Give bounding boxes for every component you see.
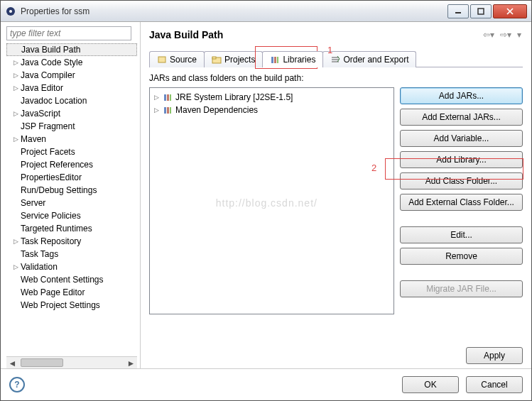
close-button[interactable]: [493, 4, 527, 18]
sidebar-item-label: Project Facets: [21, 147, 75, 157]
view-menu-icon[interactable]: ▾: [516, 30, 523, 40]
sidebar-item[interactable]: ▷Java Code Style: [6, 56, 137, 69]
expand-arrow-icon[interactable]: ▷: [13, 72, 21, 79]
cancel-button[interactable]: Cancel: [466, 376, 523, 393]
sidebar-item-label: Java Code Style: [21, 57, 82, 67]
sidebar-item-label: Task Tags: [21, 249, 58, 259]
source-icon: [157, 55, 167, 64]
svg-rect-18: [164, 107, 166, 114]
expand-arrow-icon[interactable]: ▷: [13, 59, 21, 66]
tab-label: Source: [170, 55, 197, 65]
sidebar-item[interactable]: ▷Service Policies: [6, 209, 137, 222]
sidebar-item-label: JavaScript: [21, 109, 60, 119]
sidebar-item[interactable]: ▷Java Build Path: [6, 43, 137, 56]
expand-arrow-icon[interactable]: ▷: [154, 106, 161, 114]
sidebar-item[interactable]: ▷Web Content Settings: [6, 273, 137, 286]
svg-rect-6: [158, 57, 165, 62]
nav-back-icon[interactable]: ⇦▾: [482, 30, 496, 40]
svg-rect-3: [478, 9, 484, 14]
sidebar-item[interactable]: ▷Server: [6, 197, 137, 209]
sidebar-item[interactable]: ▷Project References: [6, 158, 137, 171]
titlebar: Properties for ssm: [1, 1, 531, 22]
add-library-button[interactable]: Add Library...: [400, 151, 523, 168]
filter-input[interactable]: [6, 26, 131, 40]
svg-rect-9: [271, 57, 273, 63]
library-tree-item[interactable]: ▷JRE System Library [J2SE-1.5]: [151, 91, 392, 104]
add-variable-button[interactable]: Add Variable...: [400, 130, 523, 147]
libraries-tree[interactable]: ▷JRE System Library [J2SE-1.5]▷Maven Dep…: [149, 87, 394, 314]
edit-button[interactable]: Edit...: [400, 226, 523, 243]
sidebar-item[interactable]: ▷Task Repository: [6, 235, 137, 248]
ok-button[interactable]: OK: [402, 376, 459, 393]
add-jars-button[interactable]: Add JARs...: [400, 87, 523, 104]
tab-order-and-export[interactable]: Order and Export: [322, 51, 416, 67]
sidebar-item-label: Java Build Path: [21, 45, 80, 55]
sidebar-tree: ▷Java Build Path▷Java Code Style▷Java Co…: [6, 43, 137, 356]
sidebar-item[interactable]: ▷Java Compiler: [6, 69, 137, 82]
expand-arrow-icon[interactable]: ▷: [13, 136, 21, 143]
sidebar-item[interactable]: ▷Validation: [6, 260, 137, 273]
sidebar-item[interactable]: ▷Project Facets: [6, 145, 137, 158]
expand-arrow-icon[interactable]: ▷: [13, 84, 21, 92]
sidebar-item[interactable]: ▷Java Editor: [6, 82, 137, 94]
tab-description: JARs and class folders on the build path…: [149, 73, 523, 83]
tab-label: Projects: [224, 55, 255, 65]
sidebar-item[interactable]: ▷Web Page Editor: [6, 286, 137, 299]
footer: ? OK Cancel: [1, 368, 531, 400]
sidebar-item-label: Validation: [21, 262, 58, 272]
svg-point-1: [9, 10, 12, 13]
sidebar-item[interactable]: ▷JSP Fragment: [6, 120, 137, 133]
sidebar-item-label: Java Editor: [21, 83, 63, 93]
sidebar-item-label: Targeted Runtimes: [21, 224, 92, 234]
expand-arrow-icon[interactable]: ▷: [154, 94, 161, 101]
sidebar-item[interactable]: ▷Web Project Settings: [6, 299, 137, 312]
sidebar-item-label: Service Policies: [21, 211, 81, 221]
sidebar-item-label: Run/Debug Settings: [21, 185, 97, 195]
scroll-right-icon[interactable]: ►: [125, 357, 137, 369]
tabs: SourceProjectsLibrariesOrder and Export: [149, 50, 523, 67]
svg-rect-15: [164, 94, 166, 101]
sidebar: ▷Java Build Path▷Java Code Style▷Java Co…: [1, 22, 141, 368]
page-title: Java Build Path: [149, 29, 482, 40]
help-icon[interactable]: ?: [9, 377, 25, 392]
button-column: Add JARs...Add External JARs...Add Varia…: [400, 87, 523, 314]
scroll-left-icon[interactable]: ◄: [6, 357, 18, 369]
sidebar-item-label: Task Repository: [21, 236, 81, 246]
nav-forward-icon[interactable]: ⇨▾: [499, 30, 513, 40]
library-icon: [163, 106, 173, 114]
library-tree-item[interactable]: ▷Maven Dependencies: [151, 104, 392, 116]
maximize-button[interactable]: [470, 4, 492, 18]
svg-rect-10: [274, 57, 276, 63]
app-icon: [5, 6, 16, 17]
remove-button[interactable]: Remove: [400, 248, 523, 265]
sidebar-item-label: Web Project Settings: [21, 300, 100, 310]
sidebar-item[interactable]: ▷PropertiesEditor: [6, 171, 137, 184]
sidebar-item[interactable]: ▷Run/Debug Settings: [6, 184, 137, 197]
sidebar-item-label: Java Compiler: [21, 70, 75, 80]
sidebar-item[interactable]: ▷JavaScript: [6, 107, 137, 120]
add-class-folder-button[interactable]: Add Class Folder...: [400, 172, 523, 189]
tab-projects[interactable]: Projects: [204, 51, 263, 67]
expand-arrow-icon[interactable]: ▷: [13, 238, 21, 245]
expand-arrow-icon[interactable]: ▷: [13, 263, 21, 270]
sidebar-scrollbar[interactable]: ◄ ►: [6, 356, 137, 368]
library-icon: [270, 55, 280, 64]
sidebar-item[interactable]: ▷Maven: [6, 133, 137, 145]
add-external-class-folder-button[interactable]: Add External Class Folder...: [400, 194, 523, 211]
sidebar-item[interactable]: ▷Task Tags: [6, 248, 137, 260]
minimize-button[interactable]: [447, 4, 469, 18]
svg-rect-20: [170, 107, 171, 114]
library-item-label: JRE System Library [J2SE-1.5]: [175, 92, 293, 102]
tab-libraries[interactable]: Libraries: [262, 51, 323, 67]
window-title: Properties for ssm: [21, 6, 446, 16]
svg-rect-16: [167, 94, 169, 101]
apply-button[interactable]: Apply: [466, 347, 523, 364]
expand-arrow-icon[interactable]: ▷: [13, 110, 21, 117]
scroll-thumb[interactable]: [21, 358, 63, 367]
migrate-jar-file-button[interactable]: Migrate JAR File...: [400, 280, 523, 297]
sidebar-item[interactable]: ▷Targeted Runtimes: [6, 222, 137, 235]
nav-arrows: ⇦▾ ⇨▾ ▾: [482, 30, 523, 40]
tab-source[interactable]: Source: [149, 51, 205, 67]
add-external-jars-button[interactable]: Add External JARs...: [400, 109, 523, 126]
sidebar-item[interactable]: ▷Javadoc Location: [6, 94, 137, 107]
